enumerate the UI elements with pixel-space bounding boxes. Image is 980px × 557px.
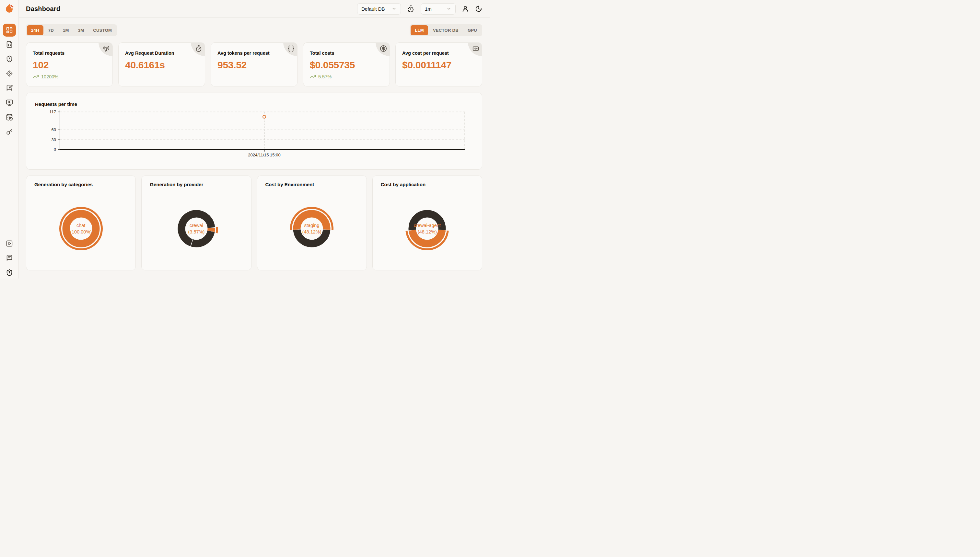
sidebar-footer bbox=[0, 239, 18, 277]
stat-value: 102 bbox=[33, 60, 108, 71]
donut-cards-row: Generation by categories chat (100.00%) … bbox=[26, 176, 482, 270]
stat-title: Avg tokens per request bbox=[217, 50, 292, 56]
sidebar-item-traces[interactable] bbox=[5, 41, 13, 48]
chevron-down-icon bbox=[392, 6, 397, 11]
donut-label-name: crewai-agent bbox=[414, 222, 441, 229]
moon-icon[interactable] bbox=[475, 5, 482, 12]
donut-label-pct: (48.12%) bbox=[418, 229, 437, 235]
donut-label-name: staging bbox=[304, 222, 320, 229]
interval-selector-value: 1m bbox=[425, 6, 432, 11]
ytick-0: 0 bbox=[54, 147, 56, 152]
stat-trend-value: 5.57% bbox=[318, 74, 332, 79]
tab-gpu[interactable]: GPU bbox=[464, 25, 481, 35]
header: Dashboard Default DB 1m bbox=[18, 0, 490, 18]
time-range-tabs: 24H 7D 1M 3M CUSTOM bbox=[26, 24, 117, 36]
stat-value: 40.6161s bbox=[125, 60, 200, 71]
stat-card-avg-duration: Avg Request Duration 40.6161s bbox=[118, 42, 205, 86]
database-selector[interactable]: Default DB bbox=[357, 3, 401, 15]
layout-dashboard-icon bbox=[6, 26, 13, 34]
sidebar-item-datasets[interactable] bbox=[5, 113, 13, 121]
interval-selector[interactable]: 1m bbox=[421, 3, 456, 15]
ytick-30: 30 bbox=[52, 137, 56, 142]
chevron-down-icon bbox=[446, 6, 451, 11]
sidebar-item-exceptions[interactable] bbox=[5, 55, 13, 63]
donut-label-pct: (3.57%) bbox=[188, 229, 204, 235]
stat-card-total-requests: Total requests 102 10200% bbox=[26, 42, 113, 86]
xtick-label: 2024/11/15 15:00 bbox=[248, 153, 280, 157]
donut-center-label: crewai (3.57%) bbox=[169, 201, 224, 256]
ytick-60: 60 bbox=[52, 128, 56, 132]
app-logo-flame-icon[interactable] bbox=[4, 3, 15, 15]
donut-center-label: crewai-agent (48.12%) bbox=[400, 201, 455, 256]
sidebar-item-docs[interactable] bbox=[5, 254, 13, 262]
file-json-icon bbox=[6, 41, 13, 48]
monitor-play-icon bbox=[6, 99, 13, 106]
sidebar-item-tutorials[interactable] bbox=[5, 239, 13, 248]
donut-label-name: chat bbox=[77, 222, 85, 229]
ytick-117: 117 bbox=[49, 109, 56, 114]
main-content: 24H 7D 1M 3M CUSTOM LLM VECTOR DB GPU To… bbox=[18, 18, 490, 278]
donut-label-pct: (48.12%) bbox=[302, 229, 322, 235]
page-title: Dashboard bbox=[26, 5, 60, 13]
key-icon bbox=[6, 128, 13, 135]
tab-7d[interactable]: 7D bbox=[44, 25, 58, 35]
donut-card-environment: Cost by Environment staging (48.12%) bbox=[257, 176, 367, 270]
donut-title: Cost by application bbox=[381, 182, 426, 187]
donut-card-categories: Generation by categories chat (100.00%) bbox=[26, 176, 136, 270]
sidebar-item-models[interactable] bbox=[5, 70, 13, 77]
stat-title: Avg cost per request bbox=[402, 50, 477, 56]
sidebar-item-playground[interactable] bbox=[5, 99, 13, 107]
shield-question-icon bbox=[6, 269, 13, 276]
header-controls: Default DB 1m bbox=[357, 3, 482, 15]
category-tabs: LLM VECTOR DB GPU bbox=[410, 24, 482, 36]
sidebar-item-prompts[interactable] bbox=[5, 84, 13, 92]
donut-card-provider: Generation by provider crewai (3.57%) bbox=[141, 176, 251, 270]
notebook-pen-icon bbox=[6, 85, 13, 92]
shield-alert-icon bbox=[6, 55, 13, 62]
stat-cards-row: Total requests 102 10200% Avg Request Du… bbox=[26, 42, 482, 86]
database-backup-icon bbox=[6, 114, 13, 121]
stat-value: $0.0011147 bbox=[402, 60, 477, 71]
user-icon[interactable] bbox=[462, 5, 469, 12]
stat-title: Avg Request Duration bbox=[125, 50, 200, 56]
sidebar-item-dashboard[interactable] bbox=[3, 24, 16, 37]
stat-card-avg-tokens: Avg tokens per request 953.52 bbox=[211, 42, 297, 86]
trending-up-icon bbox=[310, 73, 316, 80]
tab-llm[interactable]: LLM bbox=[411, 25, 428, 35]
donut-card-application: Cost by application crewai-agent (48.12%… bbox=[372, 176, 482, 270]
tab-1m[interactable]: 1M bbox=[59, 25, 73, 35]
donut-title: Generation by categories bbox=[34, 182, 93, 187]
donut-chart-environment[interactable]: staging (48.12%) bbox=[284, 201, 339, 256]
stat-trend-value: 10200% bbox=[41, 74, 58, 79]
stat-trend: 10200% bbox=[33, 73, 108, 80]
stat-trend: 5.57% bbox=[310, 73, 385, 80]
stat-card-avg-cost: Avg cost per request $0.0011147 bbox=[395, 42, 482, 86]
stat-title: Total requests bbox=[33, 50, 108, 56]
sidebar-nav bbox=[0, 24, 18, 142]
tab-24h[interactable]: 24H bbox=[27, 25, 43, 35]
tab-vector-db[interactable]: VECTOR DB bbox=[429, 25, 463, 35]
history-timer-icon[interactable] bbox=[407, 5, 415, 13]
data-point-marker[interactable] bbox=[263, 115, 266, 118]
donut-chart-application[interactable]: crewai-agent (48.12%) bbox=[400, 201, 455, 256]
tab-custom[interactable]: CUSTOM bbox=[89, 25, 116, 35]
donut-label-pct: (100.00%) bbox=[70, 229, 92, 235]
donut-chart-provider[interactable]: crewai (3.57%) bbox=[169, 201, 224, 256]
stat-value: $0.055735 bbox=[310, 60, 385, 71]
sidebar-item-api-keys[interactable] bbox=[5, 128, 13, 136]
sidebar bbox=[0, 0, 19, 278]
requests-chart-card: Requests per time 117 60 30 0 20 bbox=[26, 93, 482, 170]
donut-label-name: crewai bbox=[189, 222, 203, 229]
tab-3m[interactable]: 3M bbox=[74, 25, 88, 35]
stat-title: Total costs bbox=[310, 50, 385, 56]
sidebar-item-support[interactable] bbox=[5, 269, 13, 277]
donut-chart-categories[interactable]: chat (100.00%) bbox=[54, 201, 109, 256]
book-icon bbox=[6, 254, 13, 262]
donut-center-label: chat (100.00%) bbox=[54, 201, 109, 256]
stat-card-total-costs: Total costs $0.055735 5.57% bbox=[303, 42, 390, 86]
donut-center-label: staging (48.12%) bbox=[284, 201, 339, 256]
square-play-icon bbox=[6, 240, 13, 247]
database-selector-value: Default DB bbox=[361, 6, 385, 11]
stat-value: 953.52 bbox=[217, 60, 292, 71]
requests-line-chart[interactable]: 117 60 30 0 2024/11/15 15:00 bbox=[26, 93, 482, 169]
